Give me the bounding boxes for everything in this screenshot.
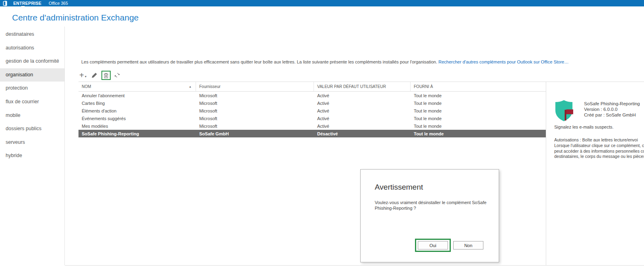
column-header-fourni-a[interactable]: FOURNI À	[411, 82, 546, 91]
sidebar-item-label: organisation	[6, 72, 33, 78]
refresh-icon[interactable]	[114, 72, 120, 78]
cell-default-state: Activé	[314, 101, 411, 106]
tab-office-365[interactable]: Office 365	[49, 1, 68, 6]
sidebar-item-label: autorisations	[6, 45, 34, 51]
cell-provided-to: Tout le monde	[411, 116, 546, 121]
table-row[interactable]: Mes modèles Microsoft Activé Tout le mon…	[78, 122, 546, 130]
cell-name: Éléments d'action	[78, 108, 196, 113]
table-row[interactable]: SoSafe Phishing-Reporting SoSafe GmbH Dé…	[78, 130, 546, 137]
addin-creator: Créé par : SoSafe GmbH	[584, 112, 640, 118]
addins-table: NOM ▲ Fournisseur VALEUR PAR DÉFAUT UTIL…	[78, 82, 546, 137]
content-bottom-divider	[65, 265, 644, 266]
cell-provided-to: Tout le monde	[411, 108, 546, 113]
sidebar-item-label: protection	[6, 85, 28, 91]
addin-permissions: Autorisations : Boîte aux lettres lectur…	[554, 137, 644, 160]
sidebar-item-destinataires[interactable]: destinataires	[0, 28, 64, 41]
sidebar-item-gestion-de-la-conformite[interactable]: gestion de la conformité	[0, 55, 64, 68]
addin-details-pane: SoSafe Phishing-Reporting Version : 6.0.…	[546, 82, 644, 265]
sidebar-item-dossiers-publics[interactable]: dossiers publics	[0, 122, 64, 136]
sidebar-item-label: flux de courrier	[6, 99, 39, 104]
addins-toolbar: + ▾	[79, 70, 120, 80]
permissions-line: Autorisations : Boîte aux lettres lectur…	[554, 137, 644, 143]
sidebar-item-label: dossiers publics	[6, 126, 41, 131]
column-header-fournisseur[interactable]: Fournisseur	[196, 82, 314, 91]
warning-dialog: Avertissement Voulez-vous vraiment désin…	[360, 169, 499, 262]
cell-provider: Microsoft	[196, 124, 314, 129]
cell-name: Événements suggérés	[78, 116, 196, 121]
table-header: NOM ▲ Fournisseur VALEUR PAR DÉFAUT UTIL…	[78, 82, 546, 92]
table-row[interactable]: Annuler l'abonnement Microsoft Activé To…	[78, 92, 546, 99]
dialog-message: Voulez-vous vraiment désinstaller le com…	[375, 200, 487, 211]
addin-meta: SoSafe Phishing-Reporting Version : 6.0.…	[584, 100, 640, 122]
sidebar-item-label: gestion de la conformité	[6, 58, 59, 64]
cell-name: Mes modèles	[78, 124, 196, 129]
cell-provided-to: Tout le monde	[411, 131, 546, 136]
permissions-line: destinataires, le corps du message ou le…	[554, 154, 644, 160]
sidebar-item-label: destinataires	[6, 31, 34, 37]
office-logo-icon	[2, 1, 8, 6]
cell-name: Annuler l'abonnement	[78, 93, 196, 98]
yes-button-highlight: Oui	[415, 239, 451, 252]
sidebar-item-label: mobile	[6, 112, 21, 118]
permissions-line: peut accéder à des informations personne…	[554, 149, 644, 154]
intro-text: Les compléments permettent aux utilisate…	[81, 59, 569, 64]
delete-icon[interactable]	[103, 72, 109, 78]
sidebar-item-protection[interactable]: protection	[0, 82, 64, 95]
no-button[interactable]: Non	[453, 241, 483, 250]
sidebar-item-autorisations[interactable]: autorisations	[0, 41, 64, 55]
addin-title: SoSafe Phishing-Reporting	[584, 101, 640, 106]
office-store-link[interactable]: Rechercher d'autres compléments pour Out…	[438, 59, 569, 64]
sidebar: destinataires autorisations gestion de l…	[0, 27, 65, 265]
table-body: Annuler l'abonnement Microsoft Activé To…	[78, 92, 546, 137]
intro-description: Les compléments permettent aux utilisate…	[81, 59, 438, 64]
addin-tagline: Signalez les e-mails suspects.	[554, 125, 613, 129]
sidebar-item-label: serveurs	[6, 139, 25, 145]
cell-provider: Microsoft	[196, 116, 314, 121]
table-row[interactable]: Cartes Bing Microsoft Activé Tout le mon…	[78, 99, 546, 107]
yes-button[interactable]: Oui	[418, 241, 448, 250]
cell-provider: Microsoft	[196, 101, 314, 106]
chevron-down-icon[interactable]: ▾	[85, 75, 87, 78]
page-title: Centre d'administration Exchange	[12, 13, 139, 22]
sosafe-shield-flag-icon	[554, 100, 574, 122]
top-bar: ENTREPRISE Office 365	[0, 0, 644, 6]
cell-default-state: Désactivé	[314, 131, 411, 136]
tab-entreprise[interactable]: ENTREPRISE	[13, 1, 41, 6]
addin-version: Version : 6.0.0.0	[584, 106, 640, 112]
cell-provided-to: Tout le monde	[411, 124, 546, 129]
sidebar-item-flux-de-courrier[interactable]: flux de courrier	[0, 95, 64, 109]
cell-provider: Microsoft	[196, 93, 314, 98]
cell-default-state: Activé	[314, 116, 411, 121]
edit-icon[interactable]	[91, 72, 97, 78]
cell-default-state: Activé	[314, 108, 411, 113]
delete-icon-highlight	[101, 71, 111, 80]
sidebar-item-mobile[interactable]: mobile	[0, 109, 64, 123]
cell-provided-to: Tout le monde	[411, 93, 546, 98]
table-row[interactable]: Éléments d'action Microsoft Activé Tout …	[78, 107, 546, 115]
cell-name: SoSafe Phishing-Reporting	[78, 131, 196, 136]
column-header-valeur-par-defaut[interactable]: VALEUR PAR DÉFAUT UTILISATEUR	[314, 82, 411, 91]
sidebar-item-serveurs[interactable]: serveurs	[0, 136, 64, 149]
sort-ascending-icon[interactable]: ▲	[189, 85, 192, 88]
sidebar-item-hybride[interactable]: hybride	[0, 149, 64, 163]
sidebar-item-organisation[interactable]: organisation	[0, 68, 64, 82]
table-row[interactable]: Événements suggérés Microsoft Activé Tou…	[78, 115, 546, 122]
dialog-buttons: Oui Non	[415, 239, 483, 252]
permissions-line: Lorsque l'utilisateur clique sur ce comp…	[554, 143, 644, 149]
sidebar-item-label: hybride	[6, 153, 22, 158]
column-header-nom[interactable]: NOM ▲	[78, 82, 196, 91]
addin-details-header: SoSafe Phishing-Reporting Version : 6.0.…	[554, 100, 640, 122]
cell-default-state: Activé	[314, 124, 411, 129]
cell-provided-to: Tout le monde	[411, 101, 546, 106]
dialog-title: Avertissement	[375, 183, 423, 192]
add-icon[interactable]: +	[79, 71, 84, 79]
cell-name: Cartes Bing	[78, 101, 196, 106]
cell-provider: Microsoft	[196, 108, 314, 113]
cell-provider: SoSafe GmbH	[196, 131, 314, 136]
active-tab-caret	[21, 6, 25, 8]
cell-default-state: Activé	[314, 93, 411, 98]
